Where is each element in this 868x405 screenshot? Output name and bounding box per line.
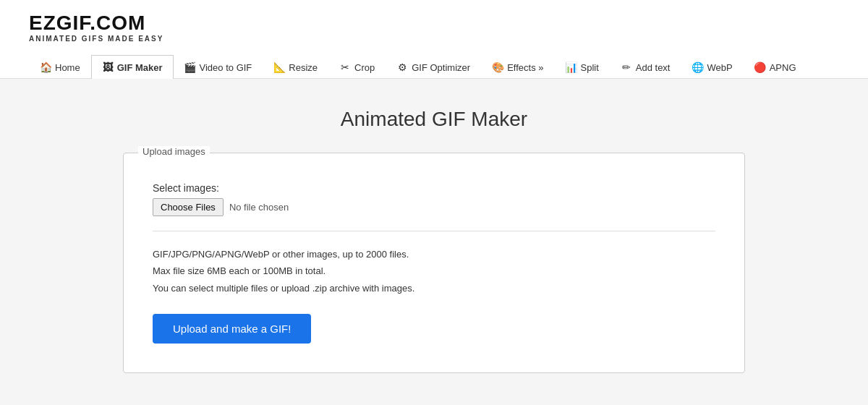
- main-nav: 🏠Home🖼GIF Maker🎬Video to GIF📐Resize✂Crop…: [29, 54, 839, 78]
- home-icon: 🏠: [40, 61, 51, 73]
- nav-label-effects: Effects »: [507, 62, 543, 73]
- file-input-row: Choose Files No file chosen: [153, 198, 715, 216]
- nav-label-webp: WebP: [707, 62, 732, 73]
- nav-item-webp[interactable]: 🌐WebP: [681, 55, 743, 79]
- nav-item-home[interactable]: 🏠Home: [29, 55, 91, 79]
- nav-label-apng: APNG: [770, 62, 796, 73]
- apng-icon: 🔴: [754, 61, 766, 73]
- nav-item-crop[interactable]: ✂Crop: [328, 55, 386, 79]
- webp-icon: 🌐: [692, 61, 703, 73]
- nav-item-add-text[interactable]: ✏Add text: [610, 55, 681, 79]
- file-input-group: Select images: Choose Files No file chos…: [153, 182, 715, 216]
- resize-icon: 📐: [273, 61, 285, 73]
- gif-maker-icon: 🖼: [102, 61, 114, 73]
- upload-card: Upload images Select images: Choose File…: [123, 153, 745, 373]
- file-chosen-text: No file chosen: [229, 202, 289, 213]
- nav-label-add-text: Add text: [636, 62, 671, 73]
- header: EZGIF.COM ANIMATED GIFS MADE EASY 🏠Home🖼…: [0, 0, 868, 79]
- nav-item-resize[interactable]: 📐Resize: [263, 55, 328, 79]
- nav-item-gif-optimizer[interactable]: ⚙GIF Optimizer: [386, 55, 481, 79]
- nav-item-video-to-gif[interactable]: 🎬Video to GIF: [174, 55, 263, 79]
- nav-item-apng[interactable]: 🔴APNG: [744, 55, 807, 79]
- file-info: GIF/JPG/PNG/APNG/WebP or other images, u…: [153, 246, 715, 297]
- file-info-line3: You can select multiple files or upload …: [153, 280, 715, 297]
- page-title: Animated GIF Maker: [123, 108, 745, 131]
- nav-item-split[interactable]: 📊Split: [554, 55, 609, 79]
- nav-item-gif-maker[interactable]: 🖼GIF Maker: [91, 55, 174, 79]
- upload-button[interactable]: Upload and make a GIF!: [153, 314, 311, 344]
- nav-label-gif-maker: GIF Maker: [117, 62, 163, 73]
- crop-icon: ✂: [339, 61, 351, 73]
- upload-card-title: Upload images: [138, 146, 210, 157]
- effects-icon: 🎨: [492, 61, 503, 73]
- add-text-icon: ✏: [621, 61, 632, 73]
- split-icon: 📊: [565, 61, 576, 73]
- nav-label-crop: Crop: [354, 62, 375, 73]
- nav-item-effects[interactable]: 🎨Effects »: [481, 55, 554, 79]
- nav-label-split: Split: [580, 62, 598, 73]
- choose-files-button[interactable]: Choose Files: [153, 198, 224, 216]
- video-to-gif-icon: 🎬: [184, 61, 196, 73]
- divider: [153, 231, 715, 231]
- main-content: Animated GIF Maker Upload images Select …: [109, 79, 760, 402]
- file-info-line2: Max file size 6MB each or 100MB in total…: [153, 263, 715, 279]
- logo-subtitle: ANIMATED GIFS MADE EASY: [29, 35, 839, 43]
- nav-label-video-to-gif: Video to GIF: [200, 62, 252, 73]
- logo-title: EZGIF.COM: [29, 13, 839, 33]
- file-input-label: Select images:: [153, 182, 715, 194]
- nav-label-home: Home: [55, 62, 80, 73]
- file-info-line1: GIF/JPG/PNG/APNG/WebP or other images, u…: [153, 246, 715, 263]
- logo: EZGIF.COM ANIMATED GIFS MADE EASY: [29, 13, 839, 43]
- nav-label-gif-optimizer: GIF Optimizer: [412, 62, 470, 73]
- nav-label-resize: Resize: [289, 62, 318, 73]
- gif-optimizer-icon: ⚙: [396, 61, 408, 73]
